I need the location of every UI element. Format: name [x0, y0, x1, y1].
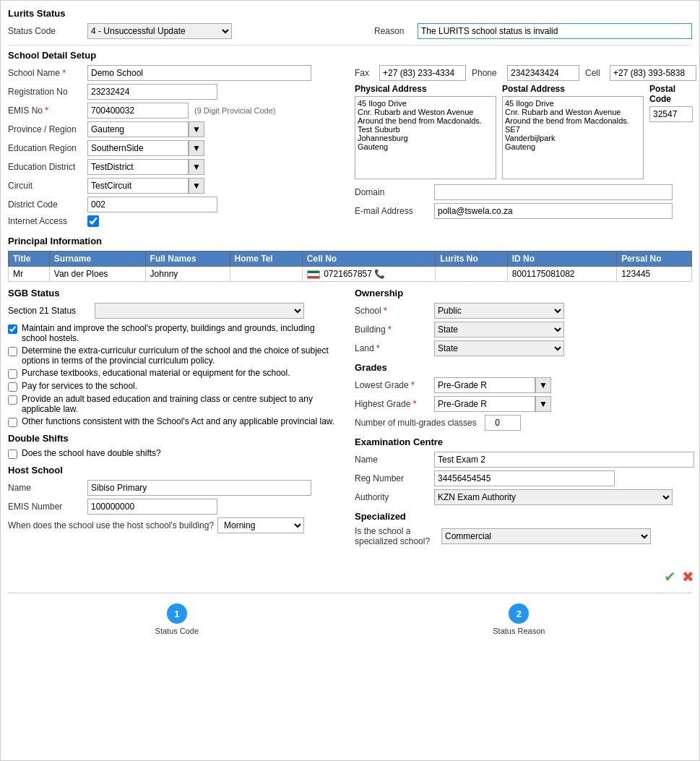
exam-authority-select[interactable]: KZN Exam Authority — [434, 489, 673, 505]
ownership-land-select[interactable]: State — [434, 340, 564, 356]
circuit-input[interactable]: TestCircuit — [87, 178, 189, 194]
highest-grade-dropdown-btn[interactable]: ▼ — [535, 396, 551, 412]
col-luritsno: Lurits No — [436, 251, 508, 267]
reg-no-label: Registration No — [8, 87, 87, 97]
province-dropdown-btn[interactable]: ▼ — [189, 121, 204, 137]
specialized-select[interactable]: Commercial — [441, 528, 651, 544]
circuit-dropdown-btn[interactable]: ▼ — [189, 178, 204, 194]
emis-hint: (9 Digit Provicial Code) — [194, 106, 275, 115]
footer-circle-2: 2 Status Reason — [493, 603, 545, 635]
sgb-check-2-input[interactable] — [8, 347, 17, 356]
school-name-input[interactable]: Demo School — [87, 65, 311, 81]
postal-code-input[interactable]: 32547 — [649, 106, 693, 122]
section21-select[interactable] — [95, 303, 304, 319]
physical-address-label: Physical Address — [355, 84, 496, 94]
sgb-check-6-input[interactable] — [8, 418, 17, 427]
reg-no-input[interactable]: 23232424 — [87, 84, 217, 100]
edu-district-input[interactable]: TestDistrict — [87, 159, 189, 175]
exam-authority-label: Authority — [355, 492, 434, 502]
principal-idno: 8001175081082 — [507, 267, 616, 282]
status-code-select[interactable]: 4 - Unsuccessful Update — [87, 23, 232, 39]
sgb-title: SGB Status — [8, 288, 340, 298]
multi-grade-label: Number of multi-grades classes — [355, 418, 485, 428]
sa-flag-icon — [307, 270, 320, 279]
province-dropdown-icon: ▼ — [192, 124, 201, 134]
double-shifts-title: Double Shifts — [8, 433, 340, 444]
principal-hometel — [230, 267, 302, 282]
ownership-land-label: Land * — [355, 343, 434, 353]
cell-input[interactable]: +27 (83) 393-5838 — [610, 65, 696, 81]
circle-2-number: 2 — [509, 603, 529, 624]
col-fullnames: Full Names — [145, 251, 230, 267]
sgb-check-3-input[interactable] — [8, 369, 17, 379]
edu-district-dropdown-icon: ▼ — [192, 162, 201, 172]
sgb-checkbox-6: Other functions consistent with the Scho… — [8, 416, 340, 427]
multi-grade-spinbox[interactable]: 0 — [485, 415, 521, 431]
circle-1-number: 1 — [167, 603, 187, 624]
sgb-check-4-label: Pay for services to the school. — [22, 381, 137, 391]
host-emis-label: EMIS Number — [8, 502, 87, 512]
cancel-button[interactable]: ✖ — [682, 568, 694, 585]
province-input[interactable]: Gauteng — [87, 121, 189, 137]
sgb-checkbox-1: Maintain and improve the school's proper… — [8, 323, 340, 343]
host-name-input[interactable]: Sibiso Primary — [87, 480, 311, 496]
district-code-label: District Code — [8, 199, 87, 210]
sgb-check-6-label: Other functions consistent with the Scho… — [22, 416, 334, 426]
col-persalno: Persal No — [617, 251, 692, 267]
sgb-checkbox-4: Pay for services to the school. — [8, 381, 340, 392]
col-title: Title — [9, 251, 50, 267]
circuit-dropdown-icon: ▼ — [192, 181, 201, 191]
edu-region-label: Education Region — [8, 143, 87, 153]
sgb-checkbox-2: Determine the extra-curriculur curriculu… — [8, 345, 340, 366]
phone-input[interactable]: 2342343424 — [507, 65, 579, 81]
domain-label: Domain — [355, 187, 434, 197]
physical-address-textarea[interactable]: 45 Ilogo Drive Cnr. Rubarb and Weston Av… — [355, 96, 496, 179]
postal-address-textarea[interactable]: 45 Ilogo Drive Cnr. Rubarb and Weston Av… — [502, 96, 644, 179]
principal-surname: Van der Ploes — [49, 267, 145, 282]
principal-title: Principal Information — [8, 236, 692, 246]
footer-circle-1: 1 Status Code — [155, 603, 199, 635]
edu-district-dropdown-btn[interactable]: ▼ — [189, 159, 204, 175]
col-hometel: Home Tel — [230, 251, 302, 267]
sgb-check-3-label: Purchase textbooks, educational material… — [22, 368, 290, 378]
province-label: Province / Region — [8, 124, 87, 134]
school-detail-title: School Detail Setup — [8, 50, 692, 61]
sgb-check-5-input[interactable] — [8, 395, 17, 405]
edu-region-input[interactable]: SouthernSide — [87, 140, 189, 156]
lowest-grade-dropdown-icon: ▼ — [539, 380, 548, 390]
fax-input[interactable]: +27 (83) 233-4334 — [379, 65, 466, 81]
col-surname: Surname — [49, 251, 145, 267]
highest-grade-input[interactable]: Pre-Grade R — [434, 396, 535, 412]
edu-district-label: Education District — [8, 162, 87, 172]
phone-green-icon: 📞 — [374, 269, 385, 279]
sgb-check-1-input[interactable] — [8, 324, 17, 334]
lowest-grade-dropdown-btn[interactable]: ▼ — [535, 377, 551, 393]
domain-input[interactable] — [434, 184, 673, 200]
emis-no-input[interactable]: 700400032 — [87, 103, 189, 119]
exam-name-input[interactable]: Test Exam 2 — [434, 452, 694, 468]
principal-cellno: 0721657857 📞 — [302, 267, 435, 282]
specialized-question: Is the school a specialized school? — [355, 526, 441, 546]
ownership-school-select[interactable]: Public — [434, 303, 564, 319]
ownership-building-select[interactable]: State — [434, 322, 564, 337]
reason-input[interactable]: The LURITS school status is invalid — [418, 23, 692, 39]
highest-grade-dropdown-icon: ▼ — [539, 399, 548, 409]
fax-label: Fax — [355, 68, 376, 78]
edu-region-dropdown-btn[interactable]: ▼ — [189, 140, 204, 156]
table-row: Mr Van der Ploes Johnny 0721657857 📞 800… — [9, 267, 692, 282]
double-shifts-checkbox[interactable] — [8, 450, 17, 459]
host-name-label: Name — [8, 483, 87, 493]
sgb-check-4-input[interactable] — [8, 382, 17, 392]
exam-reg-label: Reg Number — [355, 473, 434, 483]
lowest-grade-input[interactable]: Pre-Grade R — [434, 377, 535, 393]
confirm-button[interactable]: ✔ — [664, 568, 676, 585]
district-code-input[interactable]: 002 — [87, 197, 217, 212]
host-emis-input[interactable]: 100000000 — [87, 499, 217, 515]
status-code-label: Status Code — [8, 26, 87, 36]
internet-checkbox[interactable] — [87, 215, 99, 227]
exam-reg-input[interactable]: 34456454545 — [434, 470, 615, 486]
ownership-school-label: School * — [355, 306, 434, 316]
email-input[interactable]: polla@tswela.co.za — [434, 203, 673, 219]
host-when-select[interactable]: Morning — [217, 517, 304, 533]
ownership-building-label: Building * — [355, 324, 434, 335]
